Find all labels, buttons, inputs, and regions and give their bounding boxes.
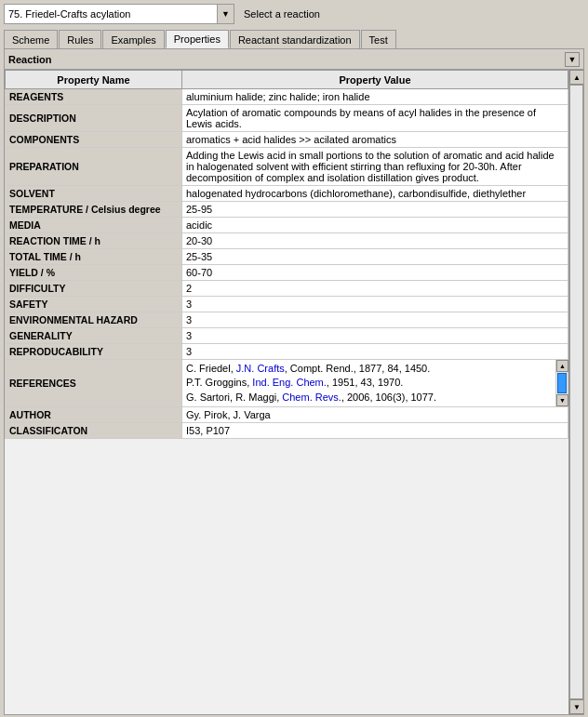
property-value-cell: 3 <box>182 328 568 344</box>
tab-reactant-standardization[interactable]: Reactant standardization <box>230 30 360 48</box>
table-row: YIELD / %60-70 <box>6 265 568 281</box>
properties-table: Property Name Property Value REAGENTSalu… <box>5 70 568 439</box>
property-name-cell: REAGENTS <box>6 89 182 105</box>
property-name-cell: ENVIRONMENTAL HAZARD <box>6 312 182 328</box>
tab-scheme[interactable]: Scheme <box>4 30 58 48</box>
property-name-cell: MEDIA <box>6 218 182 233</box>
table-row: PREPARATIONAdding the Lewis acid in smal… <box>6 148 568 186</box>
property-value-cell: 2 <box>182 281 568 297</box>
property-value-cell: C. Friedel, J.N. Crafts, Compt. Rend., 1… <box>182 360 568 407</box>
property-value-cell: aromatics + acid halides >> acilated aro… <box>182 132 568 148</box>
scroll-down-btn[interactable]: ▼ <box>569 699 583 714</box>
property-value-cell: 25-95 <box>182 202 568 218</box>
property-value-cell: Gy. Pirok, J. Varga <box>182 407 568 423</box>
property-name-cell: REFERENCES <box>6 360 182 407</box>
tab-properties[interactable]: Properties <box>166 30 229 48</box>
property-name-cell: SOLVENT <box>6 186 182 202</box>
ref-scroll-down-btn[interactable]: ▼ <box>556 394 568 406</box>
property-value-cell: 3 <box>182 312 568 328</box>
property-name-cell: PREPARATION <box>6 148 182 186</box>
table-row: REPRODUCABILITY3 <box>6 344 568 360</box>
table-row: TOTAL TIME / h25-35 <box>6 249 568 265</box>
reaction-dropdown-btn[interactable]: ▼ <box>218 4 234 24</box>
tabs-bar: Scheme Rules Examples Properties Reactan… <box>0 28 588 48</box>
table-row: AUTHORGy. Pirok, J. Varga <box>6 407 568 423</box>
property-value-cell: aluminium halide; zinc halide; iron hali… <box>182 89 568 105</box>
table-row: DESCRIPTIONAcylation of aromatic compoun… <box>6 105 568 132</box>
table-row: SOLVENThalogenated hydrocarbons (dichlor… <box>6 186 568 202</box>
property-value-cell: 3 <box>182 297 568 312</box>
references-scrollbar: ▲▼ <box>555 360 568 406</box>
reaction-select-wrapper: 75. Friedel-Crafts acylation ▼ <box>4 4 234 24</box>
tab-examples[interactable]: Examples <box>102 30 164 48</box>
ref-scroll-thumb[interactable] <box>557 373 567 393</box>
property-name-cell: DIFFICULTY <box>6 281 182 297</box>
table-row: REACTION TIME / h20-30 <box>6 233 568 249</box>
table-scroll-area[interactable]: Property Name Property Value REAGENTSalu… <box>5 70 568 714</box>
table-wrapper: Property Name Property Value REAGENTSalu… <box>5 70 583 714</box>
reaction-select[interactable]: 75. Friedel-Crafts acylation <box>4 4 218 24</box>
panel-title: Reaction <box>8 54 565 65</box>
top-bar: 75. Friedel-Crafts acylation ▼ Select a … <box>0 0 588 28</box>
property-name-cell: COMPONENTS <box>6 132 182 148</box>
table-row: CLASSIFICATONI53, P107 <box>6 423 568 439</box>
property-value-cell: acidic <box>182 218 568 233</box>
property-value-cell: Acylation of aromatic compounds by means… <box>182 105 568 132</box>
table-row: DIFFICULTY2 <box>6 281 568 297</box>
property-name-cell: CLASSIFICATON <box>6 423 182 439</box>
main-panel: Reaction ▼ Property Name Property Value … <box>4 48 584 715</box>
panel-header: Reaction ▼ <box>5 49 583 70</box>
table-row: ENVIRONMENTAL HAZARD3 <box>6 312 568 328</box>
panel-collapse-btn[interactable]: ▼ <box>565 52 580 67</box>
property-name-cell: TEMPERATURE / Celsius degree <box>6 202 182 218</box>
right-scrollbar: ▲ ▼ <box>568 70 583 714</box>
property-name-cell: DESCRIPTION <box>6 105 182 132</box>
ref-scroll-up-btn[interactable]: ▲ <box>556 360 568 372</box>
table-row: SAFETY3 <box>6 297 568 312</box>
property-name-cell: REPRODUCABILITY <box>6 344 182 360</box>
table-row: REAGENTSaluminium halide; zinc halide; i… <box>6 89 568 105</box>
table-row: GENERALITY3 <box>6 328 568 344</box>
property-value-cell: I53, P107 <box>182 423 568 439</box>
col-header-property: Property Name <box>6 71 182 89</box>
property-value-cell: 60-70 <box>182 265 568 281</box>
property-value-cell: 3 <box>182 344 568 360</box>
property-name-cell: REACTION TIME / h <box>6 233 182 249</box>
table-row: TEMPERATURE / Celsius degree25-95 <box>6 202 568 218</box>
property-value-cell: 20-30 <box>182 233 568 249</box>
col-header-value: Property Value <box>182 71 568 89</box>
property-value-cell: 25-35 <box>182 249 568 265</box>
property-name-cell: YIELD / % <box>6 265 182 281</box>
property-name-cell: SAFETY <box>6 297 182 312</box>
scroll-up-btn[interactable]: ▲ <box>569 70 583 85</box>
select-reaction-label: Select a reaction <box>244 8 320 20</box>
property-name-cell: TOTAL TIME / h <box>6 249 182 265</box>
property-value-cell: Adding the Lewis acid in small portions … <box>182 148 568 186</box>
property-name-cell: GENERALITY <box>6 328 182 344</box>
scroll-track[interactable] <box>569 85 583 699</box>
property-value-cell: halogenated hydrocarbons (dichloromethan… <box>182 186 568 202</box>
property-name-cell: AUTHOR <box>6 407 182 423</box>
tab-test[interactable]: Test <box>361 30 396 48</box>
table-row: REFERENCESC. Friedel, J.N. Crafts, Compt… <box>6 360 568 407</box>
table-row: COMPONENTSaromatics + acid halides >> ac… <box>6 132 568 148</box>
table-row: MEDIAacidic <box>6 218 568 233</box>
tab-rules[interactable]: Rules <box>59 30 101 48</box>
